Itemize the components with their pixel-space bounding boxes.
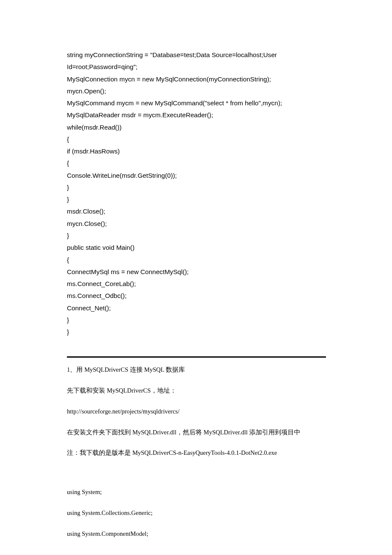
paragraph: using System.ComponentModel; [67,529,326,539]
code-line: Connect_Net(); [67,304,111,312]
code-line: mycn.Open(); [67,87,106,95]
code-line: mycn.Close(); [67,220,107,227]
code-line: } [67,316,69,324]
code-line: ms.Connect_Odbc(); [67,292,127,299]
code-line: public static void Main() [67,244,135,251]
code-line: { [67,159,69,167]
section-divider [67,356,326,358]
code-line: { [67,256,69,263]
paragraph: 1、用 MySQLDriverCS 连接 MySQL 数据库 [67,365,326,375]
code-line: } [67,328,69,335]
code-line: } [67,196,69,203]
code-block: string myConnectionString = "Database=te… [67,49,326,338]
code-line: MySqlDataReader msdr = mycm.ExecuteReade… [67,111,213,119]
code-line: Console.WriteLine(msdr.GetString(0)); [67,172,177,179]
paragraph: 注：我下载的是版本是 MySQLDriverCS-n-EasyQueryTool… [67,448,326,458]
code-line: ms.Connect_CoreLab(); [67,280,136,287]
code-line: } [67,232,69,239]
document-page: string myConnectionString = "Database=te… [0,0,392,555]
code-line: MySqlConnection mycn = new MySqlConnecti… [67,75,271,83]
code-line: { [67,136,69,143]
code-line: while(msdr.Read()) [67,124,121,131]
paragraph: using System.Collections.Generic; [67,509,326,518]
text-section: 1、用 MySQLDriverCS 连接 MySQL 数据库 先下载和安装 My… [67,365,326,538]
code-line: MySqlCommand mycm = new MySqlCommand("se… [67,99,282,107]
code-line: if (msdr.HasRows) [67,147,120,155]
paragraph: using System; [67,488,326,497]
code-line: ConnectMySql ms = new ConnectMySql(); [67,268,189,275]
code-line: } [67,184,69,191]
paragraph: 在安装文件夹下面找到 MySQLDriver.dll，然后将 MySQLDriv… [67,428,326,437]
paragraph: 先下载和安装 MySQLDriverCS，地址： [67,386,326,396]
code-line: msdr.Close(); [67,208,105,215]
paragraph: http://sourceforge.net/projects/mysqldri… [67,407,326,416]
code-line: string myConnectionString = "Database=te… [67,51,279,70]
